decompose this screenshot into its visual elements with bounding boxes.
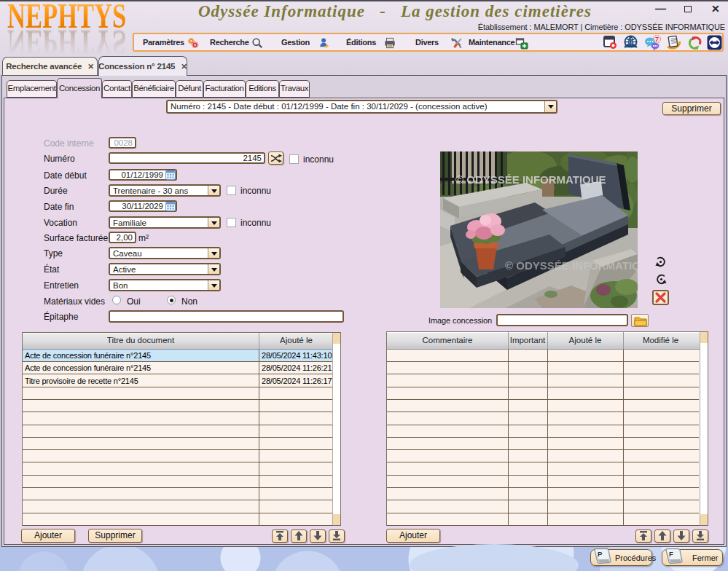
svg-text:7: 7	[655, 36, 659, 43]
svg-text:www: www	[625, 46, 636, 50]
svg-text:© ODYSSÉE INFORMATIQUE: © ODYSSÉE INFORMATIQUE	[455, 173, 606, 186]
svg-text:F: F	[669, 550, 673, 558]
svg-text:P: P	[598, 550, 603, 558]
svg-text:© ODYSSÉE INFORMATIQUE: © ODYSSÉE INFORMATIQUE	[505, 259, 638, 272]
